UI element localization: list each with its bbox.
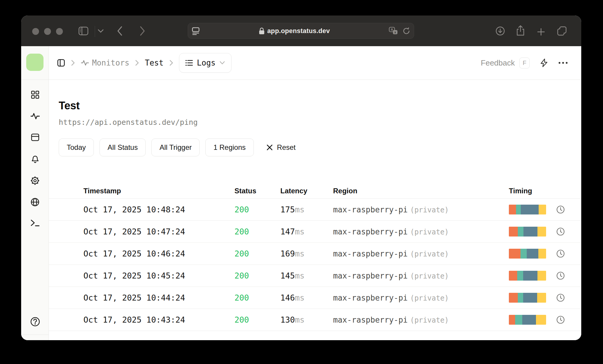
log-timestamp: Oct 17, 2025 10:44:24 <box>83 293 234 302</box>
filter-button-3[interactable]: 1 Regions <box>205 139 254 156</box>
log-latency: 145ms <box>280 271 333 280</box>
latency-unit: ms <box>295 205 305 214</box>
zoom-window-icon[interactable] <box>56 28 63 35</box>
more-options-icon[interactable] <box>558 62 568 64</box>
timing-bar <box>509 315 546 325</box>
timing-bar <box>509 271 546 281</box>
address-bar[interactable]: app.openstatus.dev Ax <box>188 23 414 39</box>
timing-segment-0 <box>509 205 516 214</box>
lock-icon <box>259 27 265 35</box>
regions-globe-icon[interactable] <box>21 197 49 207</box>
dashboard-grid-icon[interactable] <box>21 90 49 99</box>
browser-toolbar: app.openstatus.dev Ax <box>21 15 581 46</box>
log-latency: 147ms <box>280 227 333 236</box>
view-selector-button[interactable]: Logs <box>179 53 232 73</box>
log-timestamp: Oct 17, 2025 10:46:24 <box>83 249 234 258</box>
timing-segment-3 <box>536 315 546 325</box>
log-row[interactable]: Oct 17, 2025 10:45:24 200 145ms max-rasp… <box>49 265 581 287</box>
clock-icon[interactable] <box>556 249 565 258</box>
traffic-lights[interactable] <box>32 28 63 35</box>
browser-sidebar-toggle-icon[interactable] <box>78 27 88 35</box>
page-format-icon[interactable] <box>192 27 200 35</box>
reset-label: Reset <box>277 143 296 152</box>
new-tab-icon[interactable] <box>537 28 545 36</box>
log-timing <box>509 249 572 259</box>
log-status-code: 200 <box>234 205 280 214</box>
settings-gear-icon[interactable] <box>21 176 49 185</box>
downloads-icon[interactable] <box>495 26 505 36</box>
col-timing: Timing <box>509 187 572 195</box>
feedback-label: Feedback <box>481 58 515 68</box>
sidebar-chevron-down-icon[interactable] <box>97 29 104 33</box>
filter-button-1[interactable]: All Status <box>100 139 146 156</box>
log-status-code: 200 <box>234 271 280 280</box>
timing-segment-3 <box>537 271 546 281</box>
clock-icon[interactable] <box>556 227 565 236</box>
back-icon[interactable] <box>116 26 123 36</box>
log-row[interactable]: Oct 17, 2025 10:44:24 200 146ms max-rasp… <box>49 287 581 309</box>
log-latency: 175ms <box>280 205 333 214</box>
workspace-logo[interactable] <box>26 54 43 71</box>
app-sidebar <box>21 46 49 340</box>
filter-button-2[interactable]: All Trigger <box>151 139 200 156</box>
col-timestamp: Timestamp <box>83 187 234 195</box>
timing-segment-3 <box>539 205 546 214</box>
notifications-bell-icon[interactable] <box>21 154 49 164</box>
sidebar-divider-bottom <box>21 335 49 335</box>
timing-segment-0 <box>509 249 520 259</box>
log-region: max-raspberry-pi(private) <box>333 205 509 214</box>
timing-segment-1 <box>518 227 523 237</box>
log-timing <box>509 315 572 325</box>
help-icon[interactable] <box>21 317 49 327</box>
timing-segment-2 <box>523 293 537 303</box>
latency-unit: ms <box>295 293 305 302</box>
log-region: max-raspberry-pi(private) <box>333 249 509 258</box>
reset-filters-button[interactable]: Reset <box>266 143 296 152</box>
clock-icon[interactable] <box>556 315 565 324</box>
clock-icon[interactable] <box>556 293 565 302</box>
browser-window: app.openstatus.dev Ax <box>21 15 581 340</box>
command-lightning-icon[interactable] <box>540 58 548 67</box>
share-icon[interactable] <box>516 25 525 36</box>
log-latency: 130ms <box>280 315 333 324</box>
close-icon <box>266 144 273 151</box>
panel-toggle-icon[interactable] <box>57 59 65 67</box>
filter-bar: TodayAll StatusAll Trigger1 Regions Rese… <box>59 139 581 156</box>
tab-overview-icon[interactable] <box>557 26 567 36</box>
timing-segment-1 <box>520 249 527 259</box>
clock-icon[interactable] <box>556 205 565 214</box>
log-row[interactable]: Oct 17, 2025 10:43:24 200 130ms max-rasp… <box>49 309 581 331</box>
log-timing <box>509 205 572 214</box>
cli-terminal-icon[interactable] <box>21 219 49 227</box>
page-header: Monitors Test Logs <box>49 46 581 80</box>
log-region: max-raspberry-pi(private) <box>333 271 509 280</box>
log-row[interactable]: Oct 17, 2025 10:48:24 200 175ms max-rasp… <box>49 199 581 221</box>
minimize-window-icon[interactable] <box>44 28 51 35</box>
log-region: max-raspberry-pi(private) <box>333 227 509 236</box>
breadcrumb-monitor-name[interactable]: Test <box>145 58 164 67</box>
log-row[interactable]: Oct 17, 2025 10:47:24 200 147ms max-rasp… <box>49 221 581 243</box>
address-url[interactable]: app.openstatus.dev <box>267 27 330 35</box>
chevron-right-icon <box>71 59 75 66</box>
clock-icon[interactable] <box>556 271 565 280</box>
monitors-activity-icon[interactable] <box>21 112 49 120</box>
log-status-code: 200 <box>234 249 280 258</box>
svg-text:A: A <box>391 28 393 31</box>
timing-segment-0 <box>509 227 518 237</box>
translate-icon[interactable]: Ax <box>389 27 398 35</box>
col-status: Status <box>234 187 280 195</box>
timing-segment-3 <box>537 227 546 237</box>
filter-button-0[interactable]: Today <box>59 139 94 156</box>
reload-icon[interactable] <box>402 27 410 35</box>
feedback-shortcut-key: F <box>519 57 530 69</box>
breadcrumb-monitors[interactable]: Monitors <box>81 58 129 67</box>
log-timestamp: Oct 17, 2025 10:48:24 <box>83 205 234 214</box>
status-pages-icon[interactable] <box>21 133 49 141</box>
table-header-row: Timestamp Status Latency Region Timing <box>49 183 581 199</box>
forward-icon[interactable] <box>139 26 146 36</box>
feedback-button[interactable]: Feedback F <box>481 57 530 69</box>
close-window-icon[interactable] <box>32 28 39 35</box>
timing-segment-2 <box>522 315 536 325</box>
log-row[interactable]: Oct 17, 2025 10:46:24 200 169ms max-rasp… <box>49 243 581 265</box>
timing-segment-0 <box>509 271 517 281</box>
